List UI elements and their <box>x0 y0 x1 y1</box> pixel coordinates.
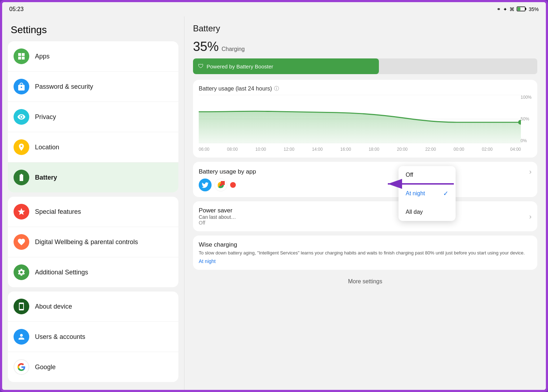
users-icon <box>14 329 29 345</box>
chrome-app-icon <box>214 179 227 191</box>
privacy-label: Privacy <box>35 113 56 121</box>
dropdown-popup: Off At night ✓ All day <box>399 166 456 221</box>
more-settings-label: More settings <box>348 278 382 284</box>
shield-icon: 🛡 <box>198 63 204 69</box>
sidebar-item-location[interactable]: Location <box>8 132 178 163</box>
svg-rect-2 <box>517 7 520 10</box>
chart-svg-wrapper <box>199 95 521 143</box>
wifi-icon: ⌘ <box>509 6 514 12</box>
sidebar-item-wellbeing[interactable]: Digital Wellbeing & parental controls <box>8 227 178 257</box>
sidebar-group-1: Apps Password & security Privacy <box>8 41 178 192</box>
y-label-50: 50% <box>521 117 532 122</box>
x-02: 02:00 <box>482 147 493 152</box>
dropdown-all-day-label: All day <box>406 209 423 215</box>
status-icons: ⚭ ✦ ⌘ 35% <box>497 6 539 13</box>
x-04: 04:00 <box>510 147 521 152</box>
by-app-title: Battery usage by app <box>199 168 256 175</box>
battery-chart: 100% 50% 0% <box>199 95 532 152</box>
main-layout: Settings Apps Password & security <box>2 16 546 390</box>
power-save-card[interactable]: Power saver Can last about… Off › <box>193 201 537 231</box>
dropdown-item-off[interactable]: Off <box>399 166 456 184</box>
special-label: Special features <box>35 208 81 216</box>
power-save-left: Power saver Can last about… Off <box>199 207 236 226</box>
battery-usage-card: Battery usage (last 24 hours) ⓘ 100% 50%… <box>193 80 537 158</box>
wise-charge-desc: To slow down battery aging, "Intelligent… <box>199 250 532 256</box>
check-icon: ✓ <box>443 190 448 197</box>
x-14: 14:00 <box>312 147 323 152</box>
battery-charging-label: Charging <box>222 46 245 52</box>
power-save-title: Power saver <box>199 207 236 214</box>
wellbeing-icon <box>14 234 29 250</box>
apps-icon <box>14 48 29 64</box>
sidebar-item-apps[interactable]: Apps <box>8 41 178 72</box>
sidebar-item-password[interactable]: Password & security <box>8 72 178 102</box>
bluetooth-icon: ✦ <box>503 6 507 12</box>
sidebar-item-special[interactable]: Special features <box>8 197 178 227</box>
sidebar-item-additional[interactable]: Additional Settings <box>8 257 178 287</box>
booster-bar-container: 🛡 Powered by Battery Booster <box>193 58 537 74</box>
sidebar-item-privacy[interactable]: Privacy <box>8 102 178 132</box>
x-12: 12:00 <box>284 147 294 152</box>
content-area: Battery 35% Charging 🛡 Powered by Batter… <box>184 16 546 390</box>
location-icon <box>14 139 29 155</box>
special-icon <box>14 204 29 220</box>
battery-label: Battery <box>35 174 57 181</box>
location-label: Location <box>35 144 59 151</box>
chart-line-svg <box>199 95 521 143</box>
sidebar-group-2: Special features Digital Wellbeing & par… <box>8 197 178 287</box>
about-label: About device <box>35 303 72 310</box>
sidebar-item-battery[interactable]: Battery <box>8 163 178 192</box>
wise-charge-status: At night <box>199 258 532 264</box>
wise-charge-card: Wise charging To slow down battery aging… <box>193 236 537 270</box>
password-label: Password & security <box>35 83 93 91</box>
dropdown-at-night-label: At night <box>406 190 425 197</box>
sidebar-item-users[interactable]: Users & accounts <box>8 322 178 352</box>
sidebar: Settings Apps Password & security <box>2 16 184 390</box>
sidebar-item-google[interactable]: Google <box>8 352 178 382</box>
usage-title-text: Battery usage (last 24 hours) <box>199 86 272 92</box>
screen: 05:23 ⚭ ✦ ⌘ 35% Settings <box>0 0 548 392</box>
x-22: 22:00 <box>425 147 436 152</box>
dropdown-item-all-day[interactable]: All day <box>399 203 456 221</box>
wellbeing-label: Digital Wellbeing & parental controls <box>35 238 138 246</box>
booster-label: Powered by Battery Booster <box>207 63 273 69</box>
sidebar-item-about[interactable]: About device <box>8 292 178 322</box>
more-settings[interactable]: More settings <box>193 274 537 289</box>
google-label: Google <box>35 363 56 371</box>
sidebar-group-3: About device Users & accounts Google <box>8 292 178 382</box>
chart-x-labels: 06:00 08:00 10:00 12:00 14:00 16:00 18:0… <box>199 147 521 152</box>
additional-icon <box>14 264 29 280</box>
x-00: 00:00 <box>453 147 464 152</box>
app-icons-row <box>199 179 532 191</box>
twitter-app-icon <box>199 179 212 191</box>
wise-charge-title: Wise charging <box>199 241 532 248</box>
battery-percent-status: 35% <box>529 6 539 12</box>
battery-icon-svg <box>517 6 527 12</box>
x-06: 06:00 <box>199 147 209 152</box>
battery-by-app-card[interactable]: Battery usage by app › <box>193 162 537 197</box>
x-10: 10:00 <box>255 147 266 152</box>
x-08: 08:00 <box>227 147 238 152</box>
password-icon <box>14 79 29 94</box>
power-save-status: Off <box>199 220 236 226</box>
battery-icon <box>14 170 29 185</box>
other-app-icon <box>230 182 236 188</box>
status-bar: 05:23 ⚭ ✦ ⌘ 35% <box>2 2 546 16</box>
x-16: 16:00 <box>340 147 351 152</box>
x-20: 20:00 <box>397 147 408 152</box>
help-icon[interactable]: ⓘ <box>274 86 279 92</box>
by-app-chevron: › <box>529 167 532 176</box>
page-title: Battery <box>193 24 537 33</box>
dropdown-item-at-night[interactable]: At night ✓ <box>399 184 456 203</box>
svg-rect-1 <box>525 8 526 10</box>
privacy-icon <box>14 109 29 125</box>
google-icon <box>14 359 29 375</box>
battery-status <box>517 6 527 13</box>
booster-bar-fill[interactable]: 🛡 Powered by Battery Booster <box>193 58 379 74</box>
headphone-icon: ⚭ <box>497 6 501 12</box>
sidebar-title: Settings <box>8 21 178 41</box>
by-app-row: Battery usage by app › <box>199 167 532 176</box>
additional-label: Additional Settings <box>35 269 88 276</box>
y-label-100: 100% <box>521 95 532 100</box>
users-label: Users & accounts <box>35 333 85 341</box>
